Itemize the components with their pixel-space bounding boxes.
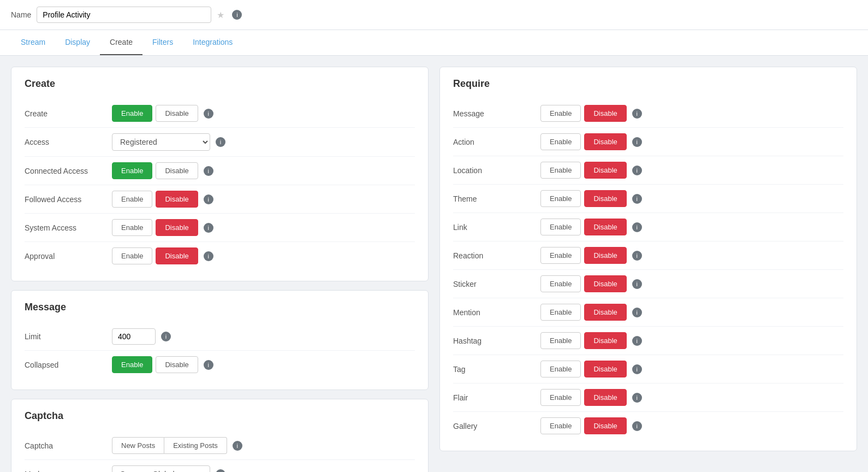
require-link-controls: Enable Disable i bbox=[540, 219, 642, 235]
captcha-info-icon[interactable]: i bbox=[233, 441, 242, 451]
require-message-row: Message Enable Disable i bbox=[453, 99, 843, 128]
approval-disable-button[interactable]: Disable bbox=[156, 247, 198, 264]
require-reaction-enable-button[interactable]: Enable bbox=[540, 247, 581, 264]
require-link-info-icon[interactable]: i bbox=[632, 222, 642, 232]
require-message-disable-button[interactable]: Disable bbox=[584, 105, 626, 122]
require-action-info-icon[interactable]: i bbox=[632, 137, 642, 147]
require-sticker-info-icon[interactable]: i bbox=[632, 279, 642, 289]
system-access-info-icon[interactable]: i bbox=[204, 223, 213, 233]
system-access-label: System Access bbox=[25, 223, 112, 232]
create-disable-button[interactable]: Disable bbox=[156, 105, 198, 122]
require-location-info-icon[interactable]: i bbox=[632, 166, 642, 175]
captcha-section-title: Captcha bbox=[25, 410, 415, 422]
captcha-mode-info-icon[interactable]: i bbox=[216, 469, 225, 472]
tab-create[interactable]: Create bbox=[100, 30, 142, 55]
access-controls: Registered Public Connected Followed i bbox=[112, 133, 225, 151]
require-gallery-disable-button[interactable]: Disable bbox=[584, 417, 626, 434]
require-message-controls: Enable Disable i bbox=[540, 105, 642, 122]
limit-row: Limit i bbox=[25, 323, 415, 351]
require-location-row: Location Enable Disable i bbox=[453, 156, 843, 185]
require-hashtag-enable-button[interactable]: Enable bbox=[540, 332, 581, 349]
require-flair-controls: Enable Disable i bbox=[540, 389, 642, 406]
create-info-icon[interactable]: i bbox=[204, 109, 213, 119]
limit-label: Limit bbox=[25, 332, 112, 341]
require-tag-info-icon[interactable]: i bbox=[632, 364, 642, 374]
name-input[interactable] bbox=[37, 7, 211, 23]
approval-info-icon[interactable]: i bbox=[204, 251, 213, 261]
system-access-enable-button[interactable]: Enable bbox=[112, 219, 152, 236]
require-location-controls: Enable Disable i bbox=[540, 162, 642, 179]
require-location-enable-button[interactable]: Enable bbox=[540, 162, 581, 179]
require-sticker-disable-button[interactable]: Disable bbox=[584, 275, 626, 292]
access-info-icon[interactable]: i bbox=[216, 137, 225, 147]
tab-display[interactable]: Display bbox=[55, 30, 100, 55]
approval-enable-button[interactable]: Enable bbox=[112, 247, 152, 264]
require-action-disable-button[interactable]: Disable bbox=[584, 133, 626, 150]
system-access-controls: Enable Disable i bbox=[112, 219, 213, 236]
collapsed-info-icon[interactable]: i bbox=[204, 360, 213, 370]
require-reaction-disable-button[interactable]: Disable bbox=[584, 247, 626, 264]
captcha-new-posts-button[interactable]: New Posts bbox=[112, 437, 164, 454]
connected-access-info-icon[interactable]: i bbox=[204, 166, 213, 176]
followed-access-info-icon[interactable]: i bbox=[204, 194, 213, 204]
require-reaction-controls: Enable Disable i bbox=[540, 247, 642, 264]
require-flair-disable-button[interactable]: Disable bbox=[584, 389, 626, 406]
require-tag-disable-button[interactable]: Disable bbox=[584, 361, 626, 377]
require-location-label: Location bbox=[453, 166, 540, 175]
tab-integrations[interactable]: Integrations bbox=[183, 30, 242, 55]
followed-access-label: Followed Access bbox=[25, 195, 112, 204]
captcha-existing-posts-button[interactable]: Existing Posts bbox=[164, 437, 227, 454]
require-link-disable-button[interactable]: Disable bbox=[584, 219, 626, 235]
limit-input[interactable] bbox=[112, 328, 156, 345]
require-hashtag-controls: Enable Disable i bbox=[540, 332, 642, 349]
require-flair-label: Flair bbox=[453, 393, 540, 402]
require-gallery-info-icon[interactable]: i bbox=[632, 421, 642, 431]
require-flair-info-icon[interactable]: i bbox=[632, 393, 642, 403]
require-gallery-label: Gallery bbox=[453, 422, 540, 430]
require-theme-enable-button[interactable]: Enable bbox=[540, 190, 581, 207]
require-theme-info-icon[interactable]: i bbox=[632, 194, 642, 204]
system-access-disable-button[interactable]: Disable bbox=[156, 219, 198, 236]
require-hashtag-info-icon[interactable]: i bbox=[632, 336, 642, 346]
followed-access-disable-button[interactable]: Disable bbox=[156, 191, 198, 208]
access-select[interactable]: Registered Public Connected Followed bbox=[112, 133, 210, 151]
require-reaction-row: Reaction Enable Disable i bbox=[453, 241, 843, 270]
require-flair-enable-button[interactable]: Enable bbox=[540, 389, 581, 406]
require-mention-enable-button[interactable]: Enable bbox=[540, 304, 581, 321]
require-action-enable-button[interactable]: Enable bbox=[540, 133, 581, 150]
require-link-enable-button[interactable]: Enable bbox=[540, 219, 581, 235]
followed-access-enable-button[interactable]: Enable bbox=[112, 191, 152, 208]
require-mention-disable-button[interactable]: Disable bbox=[584, 304, 626, 321]
top-bar: Name ★ i bbox=[0, 0, 868, 30]
require-theme-disable-button[interactable]: Disable bbox=[584, 190, 626, 207]
require-action-label: Action bbox=[453, 138, 540, 146]
access-row: Access Registered Public Connected Follo… bbox=[25, 128, 415, 157]
tab-stream[interactable]: Stream bbox=[11, 30, 55, 55]
require-gallery-controls: Enable Disable i bbox=[540, 417, 642, 434]
require-location-disable-button[interactable]: Disable bbox=[584, 162, 626, 179]
header-info-icon[interactable]: i bbox=[232, 10, 242, 20]
collapsed-disable-button[interactable]: Disable bbox=[156, 356, 198, 373]
captcha-mode-select[interactable]: Same as Global Image Text Math bbox=[112, 465, 210, 472]
message-section: Message Limit i Collapsed Enable Disable… bbox=[11, 290, 429, 390]
require-hashtag-disable-button[interactable]: Disable bbox=[584, 332, 626, 349]
star-icon[interactable]: ★ bbox=[217, 10, 224, 20]
captcha-label: Captcha bbox=[25, 441, 112, 450]
require-reaction-info-icon[interactable]: i bbox=[632, 251, 642, 261]
require-message-info-icon[interactable]: i bbox=[632, 109, 642, 119]
connected-access-disable-button[interactable]: Disable bbox=[156, 162, 198, 179]
collapsed-enable-button[interactable]: Enable bbox=[112, 356, 152, 373]
tab-filters[interactable]: Filters bbox=[142, 30, 183, 55]
require-mention-info-icon[interactable]: i bbox=[632, 308, 642, 317]
require-theme-label: Theme bbox=[453, 194, 540, 203]
require-gallery-enable-button[interactable]: Enable bbox=[540, 417, 581, 434]
require-gallery-row: Gallery Enable Disable i bbox=[453, 412, 843, 440]
require-sticker-enable-button[interactable]: Enable bbox=[540, 275, 581, 292]
create-enable-button[interactable]: Enable bbox=[112, 105, 152, 122]
require-message-enable-button[interactable]: Enable bbox=[540, 105, 581, 122]
limit-info-icon[interactable]: i bbox=[161, 332, 171, 341]
require-section-title: Require bbox=[453, 78, 843, 90]
connected-access-enable-button[interactable]: Enable bbox=[112, 162, 152, 179]
captcha-row: Captcha New Posts Existing Posts i bbox=[25, 432, 415, 460]
require-tag-enable-button[interactable]: Enable bbox=[540, 361, 581, 377]
